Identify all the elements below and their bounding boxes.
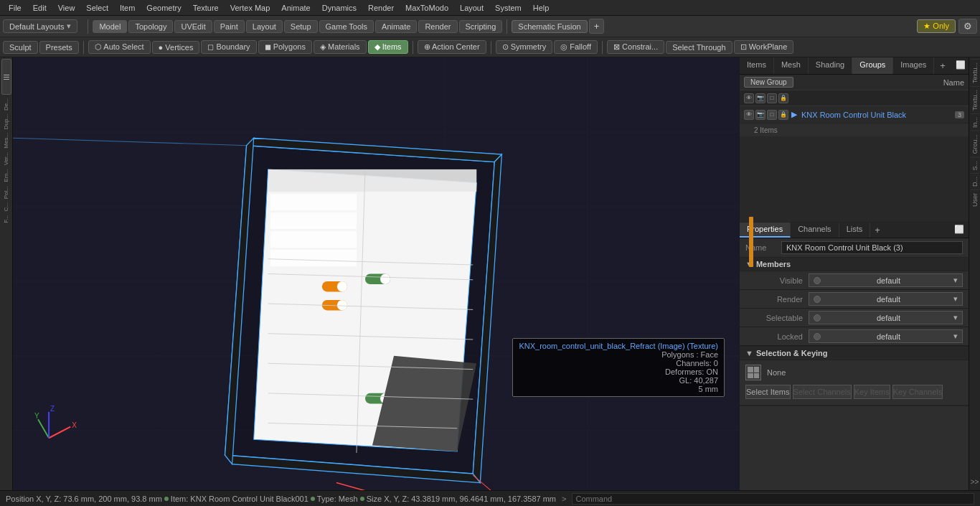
vertices-btn[interactable]: ● Vertices (152, 41, 200, 54)
left-tab-ver[interactable]: Ver... (3, 152, 9, 165)
edge-tab-grou[interactable]: Grou... (971, 131, 979, 157)
add-tab-btn[interactable]: + (589, 19, 605, 34)
locked-select[interactable]: default ▾ (809, 329, 963, 343)
tree-item-name[interactable]: KNX Room Control Unit Black (801, 111, 955, 119)
tree-icon-render[interactable]: 📷 (755, 110, 765, 120)
left-tab-pol[interactable]: Pol... (3, 186, 9, 199)
tree-icon-mesh[interactable]: □ (767, 110, 777, 120)
tab-images[interactable]: Images (893, 57, 934, 74)
tree-icon-vis[interactable]: 👁 (744, 110, 754, 120)
left-tab-de[interactable]: De... (3, 98, 9, 111)
key-items-btn[interactable]: Key Items (854, 385, 890, 399)
constrain-btn[interactable]: ⊠ Constrai... (607, 40, 664, 54)
add-panel-tab-btn[interactable]: + (934, 57, 951, 74)
menu-item[interactable]: Item (114, 2, 141, 14)
layout-selector[interactable]: Default Layouts ▾ (3, 19, 77, 33)
menu-layout[interactable]: Layout (454, 2, 489, 14)
tab-scripting[interactable]: Scripting (459, 20, 503, 33)
menu-render[interactable]: Render (362, 2, 400, 14)
menu-select[interactable]: Select (80, 2, 114, 14)
edge-tab-texture2[interactable]: Textu... (971, 86, 979, 113)
command-input[interactable] (572, 493, 974, 505)
symmetry-btn[interactable]: ⊙ Symmetry (496, 40, 553, 54)
menu-view[interactable]: View (52, 2, 81, 14)
expand-panel-btn[interactable]: ⬜ (951, 57, 970, 74)
tab-groups[interactable]: Groups (852, 57, 893, 74)
tab-mesh[interactable]: Mesh ... (774, 57, 809, 74)
props-tab-lists[interactable]: Lists (839, 222, 871, 238)
workplane-btn[interactable]: ⊡ WorkPlane (734, 40, 794, 54)
star-only-btn[interactable]: ★ Only (917, 19, 956, 33)
tab-render[interactable]: Render (418, 20, 457, 33)
menu-dynamics[interactable]: Dynamics (316, 2, 362, 14)
tree-icon-box[interactable]: □ (767, 93, 777, 103)
new-group-btn[interactable]: New Group (744, 77, 793, 88)
schematic-fusion-btn[interactable]: Schematic Fusion (512, 20, 587, 33)
render-row: Render default ▾ (740, 290, 969, 309)
sculpt-btn[interactable]: Sculpt (3, 41, 38, 54)
selectable-select[interactable]: default ▾ (809, 311, 963, 324)
polygons-btn[interactable]: ◼ Polygons (258, 40, 312, 54)
viewport[interactable]: Perspective Advanced Ray GL: Off ⊞ ↺ ⊙ ⬜… (13, 57, 739, 490)
left-tab-dup[interactable]: Dup... (3, 114, 9, 129)
edge-expand-btn[interactable]: >> (970, 475, 980, 489)
left-tab-f[interactable]: F... (3, 215, 9, 223)
tab-topology[interactable]: Topology (128, 20, 173, 33)
auto-select-btn[interactable]: ⬡ Auto Select (88, 40, 151, 54)
add-props-tab-btn[interactable]: + (870, 222, 885, 238)
tree-icon-cam[interactable]: 📷 (755, 93, 765, 103)
edge-tab-s[interactable]: S... (971, 157, 979, 174)
tab-layout[interactable]: Layout (246, 20, 283, 33)
menu-texture[interactable]: Texture (187, 2, 225, 14)
edge-tab-texture1[interactable]: Textu... (971, 59, 979, 86)
falloff-btn[interactable]: ◎ Falloff (554, 40, 598, 54)
settings-btn[interactable]: ⚙ (958, 19, 977, 34)
left-tab-c[interactable]: C... (3, 202, 9, 211)
action-center-btn[interactable]: ⊕ Action Center (418, 40, 486, 54)
tab-gametools[interactable]: Game Tools (319, 20, 374, 33)
tab-paint[interactable]: Paint (214, 20, 245, 33)
tree-icon-lock[interactable]: 🔒 (778, 93, 788, 103)
boundary-btn[interactable]: ◻ Boundary (201, 40, 256, 54)
tree-group-arrow[interactable]: ▶ (791, 110, 797, 119)
expand-props-btn[interactable]: ⬜ (950, 222, 969, 238)
props-tab-properties[interactable]: Properties (740, 222, 791, 238)
menu-help[interactable]: Help (527, 2, 555, 14)
edge-tab-d[interactable]: D... (971, 173, 979, 189)
select-channels-btn[interactable]: Select Channels (793, 385, 852, 399)
menu-file[interactable]: File (3, 2, 27, 14)
tab-items[interactable]: Items (740, 57, 774, 74)
left-tab-mesh[interactable]: Mes... (3, 133, 9, 149)
menu-maxtomodo[interactable]: MaxToModo (400, 2, 454, 14)
tooltip-link: KNX_room_control_unit_black_Refract (Ima… (519, 342, 718, 350)
tab-model[interactable]: Model (93, 20, 127, 33)
materials-btn[interactable]: ◈ Materials (314, 40, 367, 54)
tab-uvedit[interactable]: UVEdit (174, 20, 212, 33)
tab-setup[interactable]: Setup (284, 20, 318, 33)
menu-system[interactable]: System (489, 2, 527, 14)
scene-tree-item[interactable]: 👁 📷 □ 🔒 ▶ KNX Room Control Unit Black 3 (740, 106, 969, 123)
left-tool-group1[interactable] (1, 59, 11, 95)
props-tab-channels[interactable]: Channels (791, 222, 839, 238)
name-input[interactable] (781, 241, 963, 254)
tab-shading[interactable]: Shading (809, 57, 852, 74)
menu-animate[interactable]: Animate (275, 2, 316, 14)
sel-keying-header[interactable]: ▼ Selection & Keying (740, 347, 969, 360)
items-btn[interactable]: ◆ Items (368, 40, 408, 54)
tab-animate[interactable]: Animate (375, 20, 417, 33)
menu-geometry[interactable]: Geometry (141, 2, 187, 14)
select-through-btn[interactable]: Select Through (666, 41, 732, 54)
tree-icon-eye[interactable]: 👁 (744, 93, 754, 103)
edge-tab-user[interactable]: User (971, 189, 979, 210)
edge-tab-in[interactable]: In... (971, 113, 979, 131)
left-tab-em[interactable]: Em... (3, 169, 9, 182)
members-header[interactable]: ▼ Members (740, 258, 969, 271)
visible-select[interactable]: default ▾ (809, 273, 963, 287)
tree-icon-lk[interactable]: 🔒 (778, 110, 788, 120)
render-select[interactable]: default ▾ (809, 292, 963, 306)
menu-edit[interactable]: Edit (27, 2, 52, 14)
menu-vertexmap[interactable]: Vertex Map (225, 2, 276, 14)
key-channels-btn[interactable]: Key Channels (892, 385, 943, 399)
select-items-btn[interactable]: Select Items (745, 385, 791, 399)
presets-btn[interactable]: Presets (39, 41, 79, 54)
